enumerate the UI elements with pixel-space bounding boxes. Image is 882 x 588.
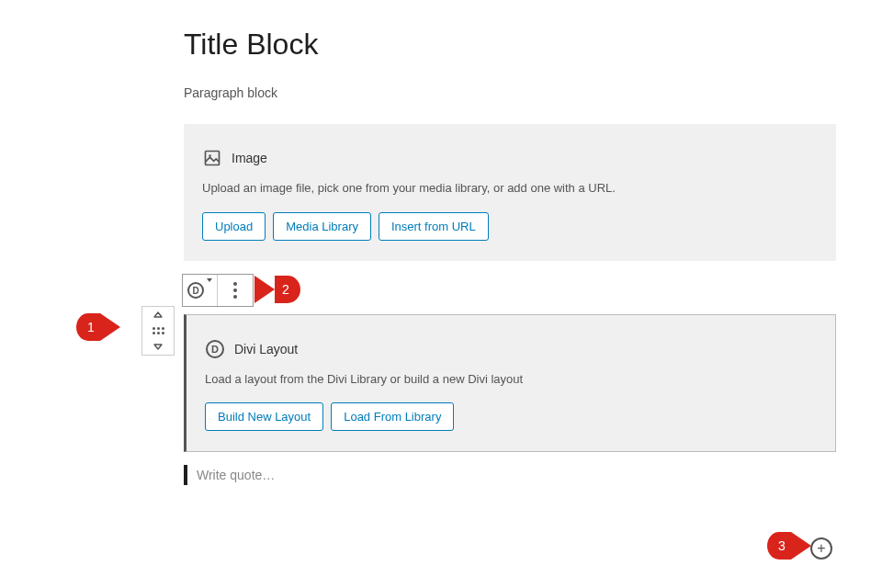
- divi-icon: D: [205, 339, 225, 359]
- block-toolbar: D: [182, 274, 254, 307]
- drag-handle[interactable]: [142, 323, 174, 338]
- quote-placeholder: Write quote…: [197, 468, 275, 482]
- page-title[interactable]: Title Block: [184, 28, 836, 62]
- insert-from-url-button[interactable]: Insert from URL: [379, 212, 489, 241]
- add-block-button[interactable]: [810, 537, 832, 560]
- annotation-callout-2: 2: [254, 276, 300, 303]
- more-vertical-icon: [233, 282, 237, 299]
- move-up-button[interactable]: [142, 307, 174, 323]
- paragraph-block[interactable]: Paragraph block: [184, 85, 836, 100]
- move-down-button[interactable]: [142, 338, 174, 355]
- svg-rect-0: [206, 152, 220, 165]
- image-block-title: Image: [232, 151, 267, 165]
- annotation-callout-3: 3: [767, 532, 811, 560]
- image-icon: [202, 148, 222, 168]
- media-library-button[interactable]: Media Library: [273, 212, 371, 241]
- image-block-placeholder[interactable]: Image Upload an image file, pick one fro…: [184, 124, 836, 261]
- quote-block[interactable]: Write quote…: [184, 465, 836, 485]
- block-type-switcher-button[interactable]: D: [183, 275, 218, 306]
- build-new-layout-button[interactable]: Build New Layout: [205, 402, 323, 431]
- divi-layout-block-selected[interactable]: D Divi Layout Load a layout from the Div…: [184, 314, 836, 453]
- upload-button[interactable]: Upload: [202, 212, 266, 241]
- annotation-callout-1: 1: [76, 313, 120, 341]
- block-mover: [141, 306, 175, 356]
- divi-block-title: Divi Layout: [234, 342, 298, 356]
- drag-icon: [153, 327, 164, 334]
- load-from-library-button[interactable]: Load From Library: [331, 402, 454, 431]
- divi-block-description: Load a layout from the Divi Library or b…: [205, 370, 817, 389]
- more-options-button[interactable]: [218, 275, 253, 306]
- image-block-description: Upload an image file, pick one from your…: [202, 179, 818, 198]
